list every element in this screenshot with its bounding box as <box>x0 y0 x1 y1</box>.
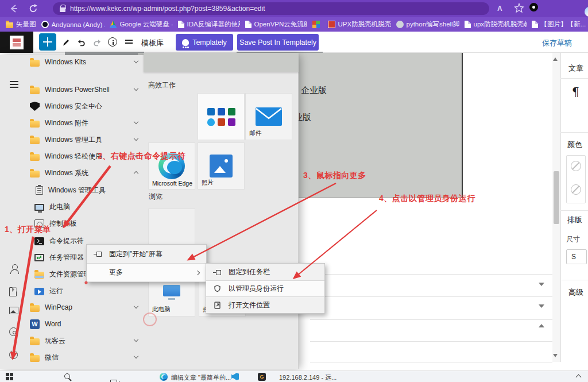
start-app-windows-kits[interactable]: Windows Kits <box>25 54 146 70</box>
start-app-admin-tools[interactable]: Windows 管理工具 <box>25 132 146 148</box>
vscode-icon[interactable] <box>231 373 239 380</box>
save-draft-link[interactable]: 保存草稿 <box>542 38 572 48</box>
file-location-icon <box>213 301 222 310</box>
refresh-icon[interactable] <box>28 3 39 14</box>
context-menu: 固定到"开始"屏幕 更多 <box>86 244 207 282</box>
url-text[interactable]: https://www.kekc.cn/wp-admin/post.php?po… <box>70 5 265 13</box>
menu-item-more[interactable]: 更多 <box>87 263 206 282</box>
bookmark-item[interactable]: 矢量图 <box>6 20 36 29</box>
undo-icon[interactable] <box>76 37 87 48</box>
remote-session-button[interactable]: 192.168.2.149 - 远... <box>279 373 336 382</box>
redo-icon[interactable] <box>92 37 102 48</box>
start-app-powershell[interactable]: Windows PowerShell <box>25 82 146 98</box>
hamburger-menu-icon[interactable] <box>9 79 20 90</box>
mail-tile[interactable]: 邮件 <box>246 94 292 140</box>
office-tile[interactable] <box>198 94 244 140</box>
folder-icon <box>30 154 40 161</box>
admin-shield-icon <box>213 284 222 293</box>
red-grid-favicon-icon <box>328 21 335 28</box>
block-settings-sidebar <box>560 53 588 362</box>
details-info-icon[interactable] <box>108 37 117 47</box>
extension-icon[interactable] <box>529 3 538 11</box>
scroll-up-icon[interactable] <box>553 57 558 61</box>
color-swatch-box <box>566 155 586 203</box>
start-app-wechat[interactable]: 微信 <box>25 349 146 365</box>
bookmark-item[interactable]: Andyanna (Andy) /... <box>41 21 105 28</box>
start-app-this-pc[interactable]: 此电脑 <box>25 199 146 215</box>
profile-avatar[interactable] <box>585 7 588 17</box>
bookmark-item[interactable]: UPX防脱壳机脱壳... <box>328 20 391 29</box>
favorites-star-icon[interactable] <box>514 3 524 16</box>
address-bar[interactable]: https://www.kekc.cn/wp-admin/post.php?po… <box>53 2 489 15</box>
menu-item-open-file-location[interactable]: 打开文件位置 <box>206 297 324 314</box>
start-button[interactable] <box>6 373 13 380</box>
start-app-wankeyun[interactable]: 玩客云 <box>25 333 146 349</box>
word-icon: W <box>30 319 40 329</box>
start-app-winpcap[interactable]: WinPcap <box>25 299 146 315</box>
no-color-icon[interactable] <box>571 161 581 171</box>
os-taskbar: 编辑文章 "最简单的... G 192.168.2.149 - 远... <box>0 371 588 382</box>
back-icon[interactable] <box>8 3 20 14</box>
tray-chevron-up-icon[interactable] <box>576 375 582 380</box>
bookmark-item[interactable]: python编写shell脚... <box>396 20 459 29</box>
start-app-security[interactable]: Windows 安全中心 <box>25 98 146 114</box>
typography-section-label[interactable]: 排版 <box>567 215 582 225</box>
menu-item-pin-to-taskbar[interactable]: 固定到任务栏 <box>206 264 324 280</box>
paragraph-block-icon[interactable]: ¶ <box>572 85 579 99</box>
no-color-icon[interactable] <box>571 184 581 195</box>
start-app-ease-of-access[interactable]: Windows 轻松使用 <box>25 148 146 164</box>
bookmark-item[interactable]: Google 云端硬盘 -... <box>110 20 173 29</box>
panel-toggle-icon[interactable] <box>539 304 544 308</box>
list-view-icon[interactable] <box>124 37 134 48</box>
g-app-icon[interactable]: G <box>258 373 266 381</box>
edge-running-app[interactable]: 编辑文章 "最简单的... <box>171 373 231 382</box>
start-app-windows-system[interactable]: Windows 系统 <box>25 165 146 181</box>
start-app-admin-tools-child[interactable]: Windows 管理工具 <box>25 182 146 198</box>
templately-button[interactable]: Templately <box>176 34 233 51</box>
search-icon[interactable] <box>64 373 70 379</box>
add-block-button[interactable] <box>39 33 56 51</box>
site-logo[interactable] <box>0 32 33 53</box>
post-image-overlap <box>144 53 299 72</box>
start-app-run[interactable]: 运行 <box>25 283 146 299</box>
save-post-templately-button[interactable]: Save Post In Templately <box>237 34 319 51</box>
bookmark-item[interactable] <box>312 21 323 28</box>
tab-post[interactable]: 文章 <box>568 63 583 74</box>
panel-toggle-icon[interactable] <box>539 324 544 327</box>
start-app-control-panel[interactable]: 控制面板 <box>25 215 146 231</box>
edit-tool-icon[interactable] <box>61 37 71 48</box>
start-app-accessories[interactable]: Windows 附件 <box>25 115 146 131</box>
menu-item-run-as-admin[interactable]: 以管理员身份运行 <box>206 280 324 297</box>
colors-section-label[interactable]: 颜色 <box>567 140 582 150</box>
task-view-icon[interactable] <box>110 380 117 382</box>
size-select[interactable]: S <box>566 249 587 264</box>
page-icon <box>465 21 471 28</box>
documents-icon[interactable] <box>9 287 17 296</box>
command-prompt-icon <box>34 237 44 245</box>
pictures-icon[interactable] <box>9 307 18 314</box>
bookmark-item[interactable]: IDA反编译器的使用... <box>178 20 240 29</box>
photos-tile[interactable]: 照片 <box>198 143 244 189</box>
edge-tile[interactable]: Microsoft Edge <box>149 143 195 189</box>
bookmark-item[interactable]: OpenVPN云免流服... <box>245 20 307 29</box>
bookmark-item[interactable]: 【图片】【新... <box>532 20 586 29</box>
scrollbar-thumb[interactable] <box>554 171 559 224</box>
user-account-icon[interactable] <box>9 264 20 275</box>
edge-taskbar-icon[interactable] <box>160 373 168 381</box>
scroll-down-icon[interactable] <box>553 354 558 357</box>
page-icon <box>532 21 538 28</box>
panel-toggle-icon[interactable] <box>539 283 544 286</box>
advanced-section-label[interactable]: 高级 <box>568 287 583 298</box>
bookmark-item[interactable]: upx防脱壳机脱壳教... <box>465 20 527 29</box>
chevron-down-icon <box>134 337 138 342</box>
power-icon[interactable] <box>9 350 18 359</box>
chevron-right-icon <box>195 270 200 275</box>
menu-item-pin-to-start[interactable]: 固定到"开始"屏幕 <box>87 245 206 263</box>
monitor-icon <box>34 204 44 211</box>
start-app-word[interactable]: WWord <box>25 316 146 332</box>
read-aloud-icon[interactable]: A <box>497 5 502 13</box>
gray-favicon-icon <box>396 21 404 28</box>
settings-gear-icon[interactable] <box>9 327 18 336</box>
template-library-button[interactable]: 模板库 <box>141 38 164 48</box>
task-manager-icon <box>34 254 44 261</box>
